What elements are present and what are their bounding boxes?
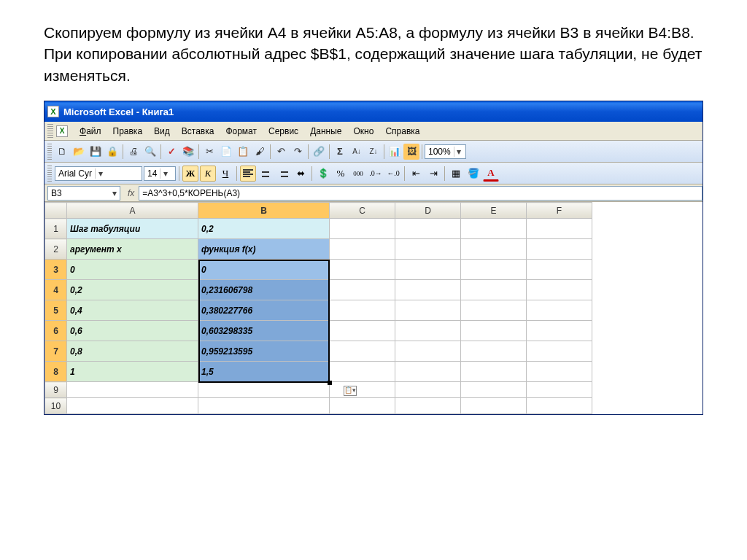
select-all-corner[interactable] — [45, 203, 67, 219]
cell-D10[interactable] — [395, 398, 461, 414]
menu-tools[interactable]: Сервис — [263, 125, 304, 138]
menu-file[interactable]: Файл — [74, 125, 107, 138]
fill-color-button[interactable]: 🪣 — [465, 166, 481, 182]
cell-A9[interactable] — [67, 382, 198, 398]
format-painter-icon[interactable]: 🖌 — [252, 144, 268, 160]
menu-help[interactable]: Справка — [379, 125, 425, 138]
col-header-B[interactable]: B — [198, 203, 330, 219]
cell-E2[interactable] — [461, 239, 527, 260]
currency-button[interactable]: 💲 — [315, 166, 331, 182]
bold-button[interactable]: Ж — [182, 166, 198, 182]
cell-E8[interactable] — [461, 362, 527, 382]
row-header-6[interactable]: 6 — [45, 321, 67, 341]
cell-F9[interactable] — [527, 382, 592, 398]
menu-insert[interactable]: Вставка — [176, 125, 220, 138]
cell-C5[interactable] — [330, 300, 395, 321]
row-header-5[interactable]: 5 — [45, 300, 67, 321]
cell-A5[interactable]: 0,4 — [67, 300, 198, 321]
cell-B2[interactable]: функция f(x) — [198, 239, 330, 260]
cell-C10[interactable] — [330, 398, 395, 414]
cell-A7[interactable]: 0,8 — [67, 341, 198, 362]
fx-label[interactable]: fx — [123, 188, 139, 198]
align-left-button[interactable] — [240, 166, 256, 182]
new-icon[interactable]: 🗋 — [54, 144, 70, 160]
italic-button[interactable]: К — [200, 166, 216, 182]
cell-F8[interactable] — [527, 362, 592, 382]
decrease-indent-button[interactable]: ⇤ — [408, 166, 424, 182]
cell-C4[interactable] — [330, 280, 395, 300]
open-icon[interactable]: 📂 — [71, 144, 87, 160]
row-header-1[interactable]: 1 — [45, 219, 67, 239]
cell-B5[interactable]: 0,380227766 — [198, 300, 330, 321]
cell-D8[interactable] — [395, 362, 461, 382]
cell-F4[interactable] — [527, 280, 592, 300]
cut-icon[interactable]: ✂ — [201, 144, 217, 160]
menu-format[interactable]: Формат — [220, 125, 263, 138]
row-header-7[interactable]: 7 — [45, 341, 67, 362]
col-header-E[interactable]: E — [461, 203, 527, 219]
row-header-3[interactable]: 3 — [45, 260, 67, 280]
cell-E3[interactable] — [461, 260, 527, 280]
underline-button[interactable]: Ч — [217, 166, 233, 182]
cell-B10[interactable] — [198, 398, 330, 414]
namebox-arrow-icon[interactable]: ▾ — [112, 188, 117, 198]
cell-B7[interactable]: 0,959213595 — [198, 341, 330, 362]
cell-F5[interactable] — [527, 300, 592, 321]
formula-input[interactable]: =A3^3+0,5*КОРЕНЬ(A3) — [139, 186, 703, 201]
print-icon[interactable]: 🖨 — [125, 144, 142, 160]
cell-B6[interactable]: 0,603298335 — [198, 321, 330, 341]
cell-F3[interactable] — [527, 260, 592, 280]
cell-C2[interactable] — [330, 239, 395, 260]
preview-icon[interactable]: 🔍 — [142, 144, 158, 160]
decrease-decimal-button[interactable]: ←.0 — [385, 166, 401, 182]
cell-A1[interactable]: Шаг табуляции — [67, 219, 198, 239]
row-header-8[interactable]: 8 — [45, 362, 67, 382]
research-icon[interactable]: 📚 — [180, 144, 196, 160]
undo-icon[interactable]: ↶ — [273, 144, 289, 160]
menu-edit[interactable]: Правка — [107, 125, 149, 138]
cell-C1[interactable] — [330, 219, 395, 239]
cell-D3[interactable] — [395, 260, 461, 280]
cell-A3[interactable]: 0 — [67, 260, 198, 280]
col-header-C[interactable]: C — [330, 203, 395, 219]
col-header-A[interactable]: A — [67, 203, 198, 219]
cell-E1[interactable] — [461, 219, 527, 239]
align-right-button[interactable] — [275, 166, 291, 182]
fill-handle[interactable] — [328, 381, 332, 385]
cell-D5[interactable] — [395, 300, 461, 321]
cell-E10[interactable] — [461, 398, 527, 414]
row-header-9[interactable]: 9 — [45, 382, 67, 398]
increase-indent-button[interactable]: ⇥ — [425, 166, 441, 182]
cell-B4[interactable]: 0,231606798 — [198, 280, 330, 300]
hyperlink-icon[interactable]: 🔗 — [311, 144, 327, 160]
menu-data[interactable]: Данные — [304, 125, 347, 138]
permission-icon[interactable]: 🔒 — [104, 144, 120, 160]
comma-button[interactable]: 000 — [350, 166, 366, 182]
cell-A4[interactable]: 0,2 — [67, 280, 198, 300]
sort-asc-icon[interactable]: A↓ — [349, 144, 365, 160]
font-color-button[interactable]: A — [483, 166, 499, 182]
cell-C7[interactable] — [330, 341, 395, 362]
cell-C6[interactable] — [330, 321, 395, 341]
menu-window[interactable]: Окно — [347, 125, 379, 138]
spellcheck-icon[interactable]: ✓ — [163, 144, 179, 160]
merge-button[interactable]: ⬌ — [293, 166, 309, 182]
autosum-icon[interactable]: Σ — [332, 144, 348, 160]
cell-E9[interactable] — [461, 382, 527, 398]
cell-A2[interactable]: аргумент x — [67, 239, 198, 260]
percent-button[interactable]: % — [333, 166, 349, 182]
row-header-2[interactable]: 2 — [45, 239, 67, 260]
col-header-D[interactable]: D — [395, 203, 461, 219]
cell-D6[interactable] — [395, 321, 461, 341]
cell-E5[interactable] — [461, 300, 527, 321]
cell-F10[interactable] — [527, 398, 592, 414]
cell-D7[interactable] — [395, 341, 461, 362]
cell-C3[interactable] — [330, 260, 395, 280]
cell-A8[interactable]: 1 — [67, 362, 198, 382]
align-center-button[interactable] — [258, 166, 274, 182]
cell-E4[interactable] — [461, 280, 527, 300]
cell-C9[interactable] — [330, 382, 395, 398]
cell-F2[interactable] — [527, 239, 592, 260]
copy-icon[interactable]: 📄 — [218, 144, 234, 160]
col-header-F[interactable]: F — [527, 203, 592, 219]
